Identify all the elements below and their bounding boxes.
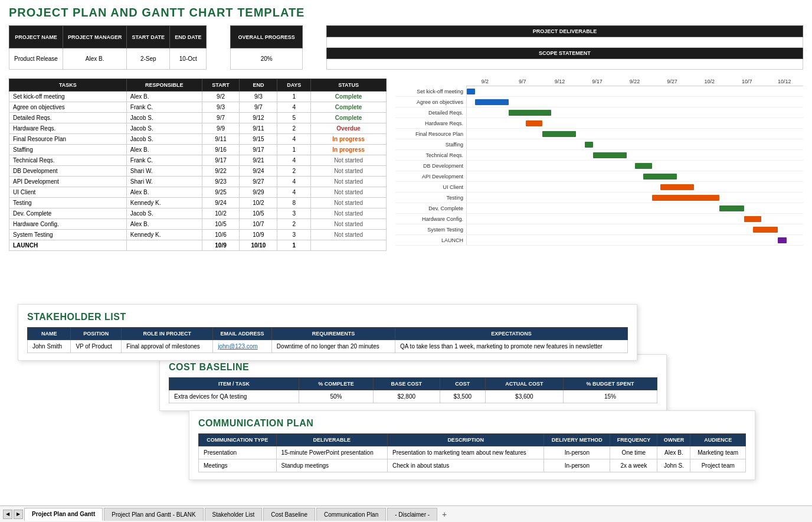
- task-start: 9/22: [202, 166, 240, 177]
- task-start: 9/7: [202, 113, 240, 123]
- task-status: Complete: [311, 113, 387, 123]
- gantt-row: Agree on objectives: [395, 97, 803, 107]
- gantt-bar: [593, 152, 627, 158]
- gantt-bar: [475, 99, 509, 105]
- comm-desc-header: DESCRIPTION: [387, 434, 543, 446]
- sh-role: Final approval of milestones: [122, 340, 213, 353]
- sh-name: John Smith: [28, 340, 71, 353]
- gantt-row-label: Dev. Complete: [395, 205, 466, 211]
- task-row: System Testing Kennedy K. 10/6 10/9 3 No…: [9, 230, 387, 240]
- task-start: 9/2: [202, 92, 240, 102]
- task-name: Agree on objectives: [9, 102, 127, 113]
- start-header: START: [202, 79, 240, 92]
- main-content: PROJECT PLAN AND GANTT CHART TEMPLATE PR…: [0, 0, 812, 257]
- gantt-dates-row: 9/29/79/129/179/229/2710/210/710/12: [466, 79, 803, 86]
- gantt-row: LAUNCH: [395, 235, 803, 246]
- task-name: Final Resource Plan: [9, 134, 127, 145]
- task-name: Staffing: [9, 145, 127, 155]
- task-start: 9/9: [202, 123, 240, 134]
- task-start: 9/24: [202, 198, 240, 208]
- task-start: 10/5: [202, 219, 240, 230]
- tab-add-button[interactable]: +: [438, 508, 450, 520]
- task-start: 10/9: [202, 240, 240, 251]
- gantt-row: Hardware Reqs.: [395, 118, 803, 129]
- comm-title: COMMUNICATION PLAN: [198, 418, 746, 429]
- gantt-bar: [753, 227, 778, 233]
- gantt-dates: 9/29/79/129/179/229/2710/210/710/12: [466, 79, 803, 86]
- gantt-row-label: Technical Reqs.: [395, 152, 466, 158]
- project-name-value: Product Release: [9, 48, 63, 70]
- col-start-date: START DATE: [127, 26, 170, 48]
- comm-deliverable: Standup meetings: [276, 459, 387, 472]
- gantt-bar: [526, 120, 543, 126]
- sh-email-header: EMAIL ADDRESS: [213, 328, 272, 340]
- task-row: Set kick-off meeting Alex B. 9/2 9/3 1 C…: [9, 92, 387, 102]
- task-row: Staffing Alex B. 9/16 9/17 1 In progress: [9, 145, 387, 155]
- task-responsible: Shari W.: [126, 177, 202, 187]
- gantt-rows: Set kick-off meetingAgree on objectivesD…: [395, 86, 803, 246]
- tab-nav-left[interactable]: ◀: [3, 510, 12, 519]
- status-header: STATUS: [311, 79, 387, 92]
- gantt-bar: [719, 205, 745, 211]
- sh-name-header: NAME: [28, 328, 71, 340]
- cost-item-header: ITEM / TASK: [169, 378, 299, 390]
- task-days: 4: [277, 134, 311, 145]
- tab-item[interactable]: Project Plan and Gantt: [24, 508, 103, 521]
- gantt-bar: [542, 131, 576, 137]
- gantt-container: 9/29/79/129/179/229/2710/210/710/12: [395, 79, 803, 86]
- cost-pct-complete: 50%: [299, 390, 374, 403]
- gantt-date-label: 9/22: [616, 79, 653, 84]
- gantt-date-label: 9/17: [578, 79, 615, 84]
- cost-title: COST BASELINE: [169, 362, 657, 373]
- task-responsible: Alex B.: [126, 187, 202, 198]
- cost-row: Extra devices for QA testing 50% $2,800 …: [169, 390, 657, 403]
- gantt-row: Detailed Reqs.: [395, 107, 803, 118]
- cost-item: Extra devices for QA testing: [169, 390, 299, 403]
- scope-header: SCOPE STATEMENT: [326, 48, 803, 59]
- gantt-bar: [643, 174, 677, 180]
- tab-item[interactable]: Project Plan and Gantt - BLANK: [104, 508, 203, 521]
- gantt-bar: [660, 184, 694, 190]
- gantt-section: 9/29/79/129/179/229/2710/210/710/12 Set …: [395, 79, 803, 251]
- tab-item[interactable]: Stakeholder List: [205, 508, 263, 521]
- col-project-name: PROJECT NAME: [9, 26, 63, 48]
- gantt-row-label: Detailed Reqs.: [395, 110, 466, 116]
- task-days: 1: [277, 240, 311, 251]
- gantt-row-label: Testing: [395, 195, 466, 201]
- tab-nav-right[interactable]: ▶: [14, 510, 23, 519]
- tab-item[interactable]: Communication Plan: [316, 508, 386, 521]
- tasks-section: TASKS RESPONSIBLE START END DAYS STATUS …: [9, 79, 387, 251]
- scope-value: [326, 59, 803, 70]
- task-end: 9/29: [240, 187, 277, 198]
- comm-audience: Marketing team: [690, 446, 746, 459]
- task-row: UI Client Alex B. 9/25 9/29 4 Not starte…: [9, 187, 387, 198]
- gantt-bars-area: [466, 224, 803, 234]
- task-days: 4: [277, 155, 311, 166]
- task-name: Technical Reqs.: [9, 155, 127, 166]
- cost-actual-cost: $3,600: [485, 390, 563, 403]
- task-name: Testing: [9, 198, 127, 208]
- task-start: 9/11: [202, 134, 240, 145]
- comm-owner: Alex B.: [657, 446, 690, 459]
- gantt-bar: [652, 195, 719, 201]
- sh-position-header: POSITION: [71, 328, 122, 340]
- task-row: LAUNCH 10/9 10/10 1: [9, 240, 387, 251]
- overall-progress-value: 20%: [231, 48, 302, 70]
- task-name: UI Client: [9, 187, 127, 198]
- task-name: Set kick-off meeting: [9, 92, 127, 102]
- gantt-date-label: 9/12: [541, 79, 578, 84]
- task-start: 9/16: [202, 145, 240, 155]
- gantt-row: System Testing: [395, 224, 803, 235]
- gantt-row: API Development: [395, 171, 803, 182]
- top-bar: PROJECT NAME PROJECT MANAGER START DATE …: [9, 25, 803, 70]
- gantt-row: Testing: [395, 193, 803, 203]
- comm-owner: John S.: [657, 459, 690, 472]
- comm-card: COMMUNICATION PLAN COMMUNICATION TYPE DE…: [189, 410, 755, 480]
- task-end: 10/7: [240, 219, 277, 230]
- tab-item[interactable]: Cost Baseline: [263, 508, 315, 521]
- task-days: 2: [277, 123, 311, 134]
- tab-item[interactable]: - Disclaimer -: [387, 508, 437, 521]
- gantt-date-label: 10/12: [766, 79, 803, 84]
- stakeholder-table: NAME POSITION ROLE IN PROJECT EMAIL ADDR…: [27, 327, 628, 353]
- task-row: Technical Reqs. Frank C. 9/17 9/21 4 Not…: [9, 155, 387, 166]
